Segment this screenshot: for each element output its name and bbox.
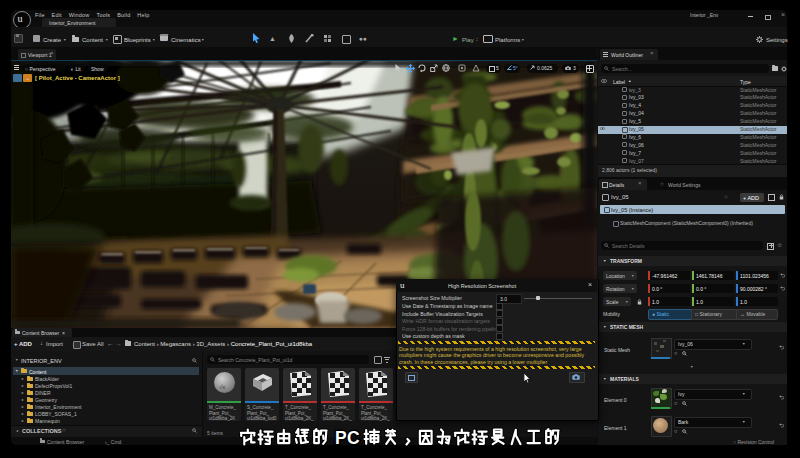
- svg-text:P: P: [335, 428, 347, 448]
- svg-text:C: C: [347, 428, 360, 448]
